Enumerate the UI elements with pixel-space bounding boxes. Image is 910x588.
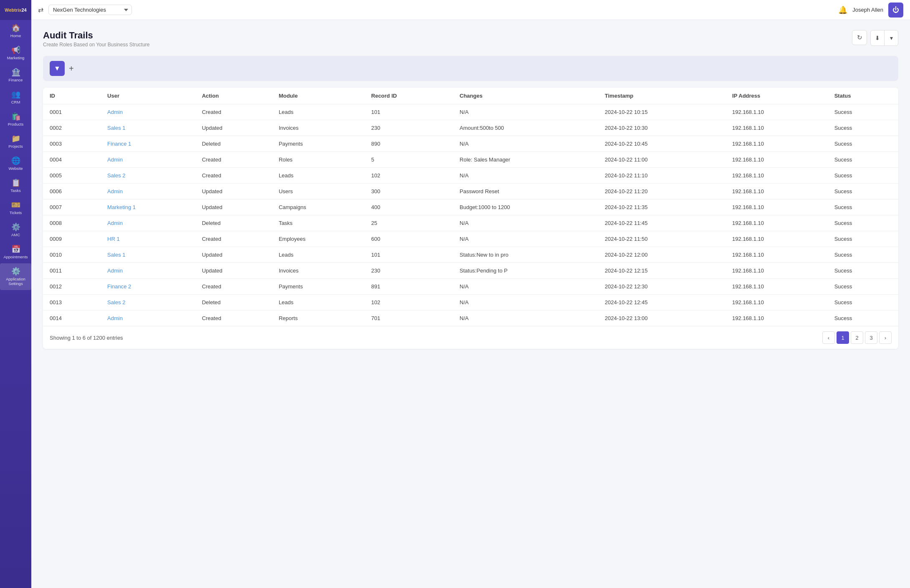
cell-id: 0008 [43, 215, 101, 231]
sidebar-item-home[interactable]: 🏠 Home [0, 20, 31, 42]
sidebar-item-projects[interactable]: 📁 Projects [0, 131, 31, 153]
sidebar-item-tickets[interactable]: 🎫 Tickets [0, 197, 31, 219]
cell-ip-address: 192.168.1.10 [725, 136, 828, 152]
pagination-prev[interactable]: ‹ [822, 331, 835, 344]
user-link[interactable]: Admin [107, 109, 123, 115]
cell-ip-address: 192.168.1.10 [725, 104, 828, 120]
cell-changes: N/A [453, 310, 598, 326]
cell-module: Invoices [272, 120, 365, 136]
cell-user[interactable]: Finance 1 [101, 136, 195, 152]
cell-timestamp: 2024-10-22 12:15 [598, 263, 725, 279]
sidebar-item-application-settings[interactable]: ⚙️ Application Settings [0, 263, 31, 290]
cell-user[interactable]: Sales 1 [101, 120, 195, 136]
user-link[interactable]: Sales 2 [107, 172, 125, 179]
download-button[interactable]: ⬇ [871, 30, 884, 45]
cell-record-id: 300 [364, 184, 453, 199]
sidebar: Webtrix24 🏠 Home 📢 Marketing 🏦 Finance 👥… [0, 0, 31, 588]
page-header: Audit Trails Create Roles Based on Your … [43, 30, 898, 48]
cell-user[interactable]: Admin [101, 152, 195, 168]
cell-status: Sucess [828, 279, 898, 295]
cell-action: Created [195, 310, 272, 326]
user-link[interactable]: Admin [107, 268, 123, 274]
sidebar-item-amc[interactable]: ⚙️ AMC [0, 219, 31, 241]
cell-timestamp: 2024-10-22 11:20 [598, 184, 725, 199]
content-area: Audit Trails Create Roles Based on Your … [31, 20, 910, 588]
cell-status: Sucess [828, 247, 898, 263]
user-link[interactable]: Admin [107, 188, 123, 194]
cell-user[interactable]: Sales 2 [101, 295, 195, 310]
cell-status: Sucess [828, 168, 898, 184]
user-link[interactable]: Sales 1 [107, 252, 125, 258]
page-title: Audit Trails [43, 30, 149, 41]
cell-record-id: 230 [364, 263, 453, 279]
bell-icon[interactable]: 🔔 [838, 5, 847, 15]
sidebar-item-crm[interactable]: 👥 CRM [0, 86, 31, 109]
table-row: 0014AdminCreatedReports701N/A2024-10-22 … [43, 310, 898, 326]
cell-user[interactable]: Sales 2 [101, 168, 195, 184]
download-dropdown-button[interactable]: ▾ [885, 30, 898, 45]
cell-ip-address: 192.168.1.10 [725, 310, 828, 326]
filter-button[interactable]: ▼ [50, 61, 65, 76]
cell-user[interactable]: Marketing 1 [101, 199, 195, 215]
user-link[interactable]: Sales 2 [107, 299, 125, 305]
cell-ip-address: 192.168.1.10 [725, 215, 828, 231]
cell-record-id: 230 [364, 120, 453, 136]
sidebar-item-finance[interactable]: 🏦 Finance [0, 64, 31, 86]
pagination-next[interactable]: › [879, 331, 892, 344]
table-body: 0001AdminCreatedLeads101N/A2024-10-22 10… [43, 104, 898, 326]
topbar: ⇄ NexGen Technologies Other Company 🔔 Jo… [31, 0, 910, 20]
filter-icon: ▼ [54, 65, 61, 72]
cell-changes: Role: Sales Manager [453, 152, 598, 168]
user-link[interactable]: Admin [107, 220, 123, 226]
swap-icon[interactable]: ⇄ [38, 6, 43, 14]
user-link[interactable]: Admin [107, 156, 123, 163]
cell-action: Created [195, 231, 272, 247]
cell-record-id: 25 [364, 215, 453, 231]
pagination: ‹123› [822, 331, 892, 344]
col-header-id: ID [43, 88, 101, 104]
sidebar-item-products[interactable]: 🛍️ Products [0, 109, 31, 131]
cell-id: 0002 [43, 120, 101, 136]
pagination-page-3[interactable]: 3 [865, 331, 877, 344]
user-link[interactable]: HR 1 [107, 236, 120, 242]
cell-user[interactable]: Sales 1 [101, 247, 195, 263]
cell-timestamp: 2024-10-22 12:30 [598, 279, 725, 295]
sidebar-item-marketing[interactable]: 📢 Marketing [0, 42, 31, 64]
table-row: 0007Marketing 1UpdatedCampaigns400Budget… [43, 199, 898, 215]
cell-user[interactable]: Finance 2 [101, 279, 195, 295]
table-header: IDUserActionModuleRecord IDChangesTimest… [43, 88, 898, 104]
cell-timestamp: 2024-10-22 11:50 [598, 231, 725, 247]
sidebar-label-appointments: Appointments [3, 255, 28, 259]
cell-user[interactable]: HR 1 [101, 231, 195, 247]
products-icon: 🛍️ [11, 113, 20, 120]
finance-icon: 🏦 [11, 68, 20, 76]
refresh-button[interactable]: ↻ [852, 30, 867, 45]
power-button[interactable]: ⏻ [888, 3, 903, 18]
crm-icon: 👥 [11, 91, 20, 98]
cell-record-id: 400 [364, 199, 453, 215]
user-link[interactable]: Sales 1 [107, 125, 125, 131]
sidebar-item-appointments[interactable]: 📅 Appointments [0, 241, 31, 263]
add-filter-button[interactable]: + [69, 64, 74, 73]
cell-user[interactable]: Admin [101, 184, 195, 199]
table-row: 0001AdminCreatedLeads101N/A2024-10-22 10… [43, 104, 898, 120]
cell-ip-address: 192.168.1.10 [725, 295, 828, 310]
cell-user[interactable]: Admin [101, 215, 195, 231]
cell-action: Updated [195, 263, 272, 279]
home-icon: 🏠 [11, 24, 20, 32]
cell-timestamp: 2024-10-22 12:00 [598, 247, 725, 263]
user-link[interactable]: Finance 1 [107, 141, 131, 147]
pagination-page-2[interactable]: 2 [851, 331, 863, 344]
sidebar-item-tasks[interactable]: 📋 Tasks [0, 175, 31, 197]
cell-user[interactable]: Admin [101, 104, 195, 120]
company-select[interactable]: NexGen Technologies Other Company [48, 5, 132, 15]
cell-user[interactable]: Admin [101, 263, 195, 279]
user-link[interactable]: Finance 2 [107, 283, 131, 290]
user-link[interactable]: Marketing 1 [107, 204, 136, 210]
user-link[interactable]: Admin [107, 315, 123, 321]
cell-user[interactable]: Admin [101, 310, 195, 326]
cell-changes: N/A [453, 279, 598, 295]
col-header-record-id: Record ID [364, 88, 453, 104]
pagination-page-1[interactable]: 1 [837, 331, 849, 344]
sidebar-item-website[interactable]: 🌐 Website [0, 153, 31, 175]
